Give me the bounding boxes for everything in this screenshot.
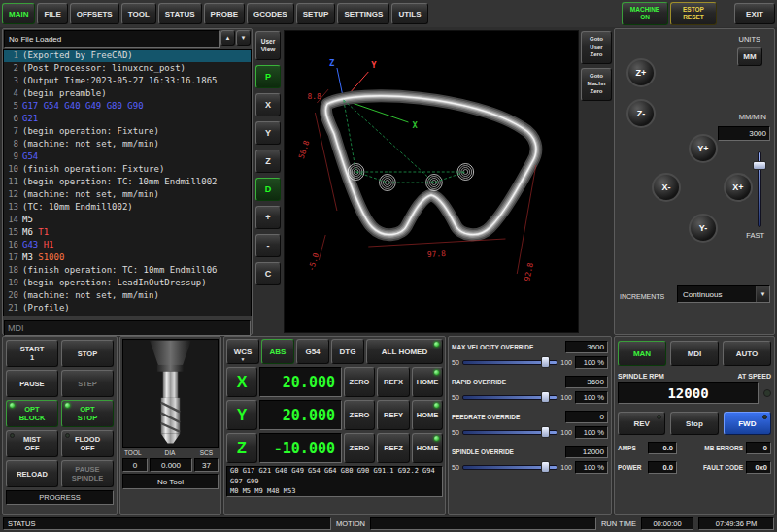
- auto-mode-button[interactable]: AUTO: [723, 341, 771, 366]
- gcode-line[interactable]: 14M5: [4, 214, 251, 226]
- step-button[interactable]: STEP: [61, 370, 114, 397]
- jog-x-plus-button[interactable]: X+: [724, 173, 753, 202]
- reload-button[interactable]: RELOAD: [6, 460, 58, 487]
- ref-y-button[interactable]: REFY: [377, 400, 410, 430]
- gcode-line[interactable]: 8(machine: not set, mm/min): [4, 138, 251, 150]
- zero-z-button[interactable]: ZERO: [344, 433, 375, 463]
- gcode-listing[interactable]: 1(Exported by FreeCAD)2(Post Processor: …: [3, 49, 252, 316]
- spindle-stop-button[interactable]: Stop: [670, 412, 718, 435]
- gcode-line[interactable]: 9G54: [4, 150, 251, 163]
- gcode-line[interactable]: 16G43 H1: [4, 239, 251, 251]
- gcode-line[interactable]: 5G17 G54 G40 G49 G80 G90: [4, 100, 251, 113]
- jog-y-plus-button[interactable]: Y+: [689, 134, 718, 163]
- max-velocity-slider[interactable]: [462, 355, 558, 369]
- all-homed-button[interactable]: ALL HOMED: [366, 339, 443, 364]
- gcode-line[interactable]: 18(finish operation: TC: 10mm Endmill06: [4, 264, 251, 277]
- jog-z-minus-button[interactable]: Z-: [626, 99, 656, 128]
- gcode-line[interactable]: 3(Output Time:2023-05-27 16:33:16.1865: [4, 75, 251, 87]
- gcode-line[interactable]: 21(Profile): [4, 302, 251, 315]
- gcode-line[interactable]: 10(finish operation: Fixture): [4, 163, 251, 176]
- toolpath-canvas[interactable]: Z Y X: [284, 30, 579, 333]
- view-dimensions-button[interactable]: D: [255, 178, 281, 201]
- gcode-line[interactable]: 15M6 T1: [4, 226, 251, 239]
- zero-y-button[interactable]: ZERO: [344, 400, 375, 430]
- zoom-out-button[interactable]: -: [255, 234, 281, 257]
- estop-reset-button[interactable]: ESTOP RESET: [670, 2, 717, 25]
- gcode-line[interactable]: 20(machine: not set, mm/min): [4, 289, 251, 302]
- exit-button[interactable]: EXIT: [734, 3, 775, 24]
- zoom-in-button[interactable]: +: [255, 206, 281, 229]
- user-view-button[interactable]: User View: [255, 31, 281, 60]
- pause-spindle-button[interactable]: PAUSE SPINDLE: [61, 460, 114, 487]
- gcode-line[interactable]: 2(Post Processor: linuxcnc_post): [4, 62, 251, 75]
- zero-x-button[interactable]: ZERO: [344, 367, 375, 397]
- view-x-button[interactable]: X: [255, 93, 281, 116]
- menu-main[interactable]: MAIN: [2, 3, 35, 24]
- abs-button[interactable]: ABS: [261, 339, 294, 364]
- ref-z-button[interactable]: REFZ: [377, 433, 410, 463]
- x-axis-button[interactable]: X: [226, 367, 257, 397]
- rapid-override-slider[interactable]: [462, 390, 558, 404]
- jog-speed-slider[interactable]: [753, 151, 766, 227]
- gcode-line[interactable]: 13(TC: 10mm Endmill002): [4, 201, 251, 214]
- spindle-override-slider[interactable]: [462, 460, 558, 474]
- view-z-button[interactable]: Z: [255, 150, 281, 173]
- flood-button[interactable]: FLOOD OFF: [61, 430, 114, 457]
- menu-file[interactable]: FILE: [37, 3, 67, 24]
- clear-plot-button[interactable]: C: [255, 262, 281, 285]
- goto-machine-zero-button[interactable]: Goto Machn Zero: [581, 68, 612, 101]
- gcode-line[interactable]: 17M3 S1000: [4, 251, 251, 264]
- z-axis-button[interactable]: Z: [226, 433, 257, 463]
- goto-user-zero-button[interactable]: Goto User Zero: [581, 31, 612, 64]
- slider-handle[interactable]: [541, 356, 550, 368]
- menu-gcodes[interactable]: GCODES: [247, 3, 294, 24]
- gcode-line[interactable]: 1(Exported by FreeCAD): [4, 50, 251, 62]
- home-y-button[interactable]: HOME: [412, 400, 443, 430]
- jog-x-minus-button[interactable]: X-: [652, 173, 681, 202]
- dtg-button[interactable]: DTG: [331, 339, 364, 364]
- jog-y-minus-button[interactable]: Y-: [689, 214, 718, 243]
- mdi-mode-button[interactable]: MDI: [670, 341, 719, 366]
- opt-stop-button[interactable]: OPT STOP: [61, 400, 114, 427]
- menu-utils[interactable]: UTILS: [391, 3, 427, 24]
- jog-speed-slider-handle[interactable]: [753, 161, 766, 170]
- units-mm-button[interactable]: MM: [737, 47, 762, 66]
- pause-button[interactable]: PAUSE: [6, 370, 58, 397]
- g54-button[interactable]: G54: [296, 339, 329, 364]
- man-mode-button[interactable]: MAN: [618, 341, 666, 366]
- menu-setup[interactable]: SETUP: [296, 3, 336, 24]
- mist-button[interactable]: MIST OFF: [6, 430, 58, 457]
- menu-tool[interactable]: TOOL: [121, 3, 156, 24]
- loaded-file-combo[interactable]: No File Loaded: [4, 30, 220, 48]
- home-z-button[interactable]: HOME: [412, 433, 443, 463]
- menu-settings[interactable]: SETTINGS: [337, 3, 389, 24]
- increment-select[interactable]: Continuous ▼: [677, 285, 770, 303]
- file-scroll-up-icon[interactable]: ▲: [220, 30, 235, 46]
- gcode-line[interactable]: 12(machine: not set, mm/min): [4, 188, 251, 201]
- menu-probe[interactable]: PROBE: [204, 3, 245, 24]
- view-y-button[interactable]: Y: [255, 121, 281, 145]
- mdi-input[interactable]: [4, 320, 251, 336]
- view-p-button[interactable]: P: [255, 65, 281, 88]
- slider-handle[interactable]: [541, 461, 550, 473]
- slider-handle[interactable]: [541, 426, 550, 438]
- opt-block-button[interactable]: OPT BLOCK: [6, 400, 58, 427]
- home-x-button[interactable]: HOME: [412, 367, 443, 397]
- start-button[interactable]: START 1: [6, 340, 58, 367]
- slider-handle[interactable]: [541, 391, 550, 403]
- jog-z-plus-button[interactable]: Z+: [626, 58, 656, 87]
- gcode-line[interactable]: 4(begin preamble): [4, 87, 251, 100]
- spindle-rev-button[interactable]: REV: [618, 412, 665, 435]
- machine-on-button[interactable]: MACHINE ON: [622, 2, 668, 25]
- menu-status[interactable]: STATUS: [158, 3, 202, 24]
- feedrate-override-slider[interactable]: [462, 425, 558, 439]
- gcode-line[interactable]: 6G21: [4, 113, 251, 125]
- chevron-down-icon[interactable]: ▼: [756, 286, 769, 302]
- gcode-line[interactable]: 11(begin operation: TC: 10mm Endmill002: [4, 176, 251, 188]
- ref-x-button[interactable]: REFX: [377, 367, 410, 397]
- file-scroll-down-icon[interactable]: ▼: [236, 30, 251, 46]
- spindle-fwd-button[interactable]: FWD: [724, 412, 771, 435]
- menu-offsets[interactable]: OFFSETS: [70, 3, 119, 24]
- gcode-line[interactable]: 19(begin operation: LeadInOutDressup): [4, 277, 251, 289]
- y-axis-button[interactable]: Y: [226, 400, 257, 430]
